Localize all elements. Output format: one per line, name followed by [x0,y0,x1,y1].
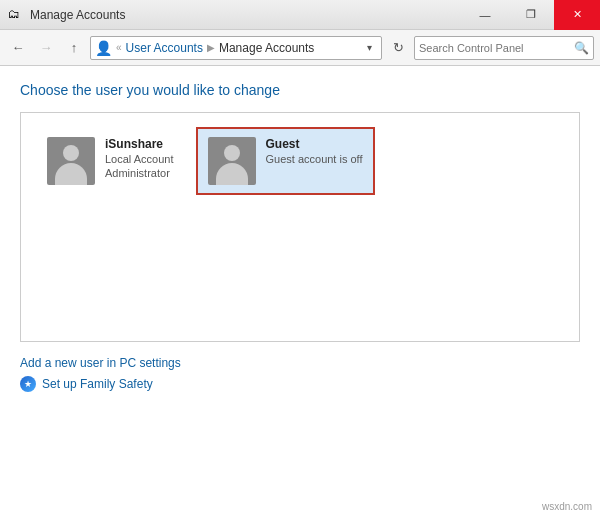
avatar-guest [208,137,256,185]
account-card-isunshare[interactable]: iSunshare Local Account Administrator [35,127,186,195]
search-bar[interactable]: 🔍 [414,36,594,60]
bottom-links: Add a new user in PC settings ★ Set up F… [20,356,580,392]
title-bar-controls: — ❐ ✕ [462,0,600,30]
family-safety-icon: ★ [20,376,36,392]
page-heading: Choose the user you would like to change [20,82,580,98]
address-bar[interactable]: 👤 « User Accounts ▶ Manage Accounts ▾ [90,36,382,60]
window-title: Manage Accounts [30,8,125,22]
refresh-button[interactable]: ↻ [386,36,410,60]
search-input[interactable] [419,42,570,54]
account-card-guest[interactable]: Guest Guest account is off [196,127,375,195]
breadcrumb-current: Manage Accounts [219,41,314,55]
family-safety-label: Set up Family Safety [42,377,153,391]
add-user-link[interactable]: Add a new user in PC settings [20,356,580,370]
main-content: Choose the user you would like to change… [0,66,600,516]
address-dropdown-button[interactable]: ▾ [361,42,377,53]
account-type2-isunshare: Administrator [105,167,174,179]
account-info-guest: Guest Guest account is off [266,137,363,165]
app-icon: 🗂 [8,7,24,23]
maximize-button[interactable]: ❐ [508,0,554,30]
title-bar-left: 🗂 Manage Accounts [8,7,125,23]
account-info-isunshare: iSunshare Local Account Administrator [105,137,174,179]
watermark: wsxdn.com [542,501,592,512]
account-type1-isunshare: Local Account [105,153,174,165]
title-bar: 🗂 Manage Accounts — ❐ ✕ [0,0,600,30]
account-name-isunshare: iSunshare [105,137,174,151]
account-type1-guest: Guest account is off [266,153,363,165]
up-button[interactable]: ↑ [62,36,86,60]
accounts-panel: iSunshare Local Account Administrator Gu… [20,112,580,342]
breadcrumb-icon: 👤 [95,40,112,56]
minimize-button[interactable]: — [462,0,508,30]
breadcrumb-arrow: ▶ [207,42,215,53]
breadcrumb-sep: « [116,42,122,53]
family-safety-link[interactable]: ★ Set up Family Safety [20,376,580,392]
search-icon: 🔍 [574,41,589,55]
avatar-isunshare [47,137,95,185]
nav-bar: ← → ↑ 👤 « User Accounts ▶ Manage Account… [0,30,600,66]
forward-button[interactable]: → [34,36,58,60]
close-button[interactable]: ✕ [554,0,600,30]
breadcrumb-parent[interactable]: User Accounts [126,41,203,55]
back-button[interactable]: ← [6,36,30,60]
account-name-guest: Guest [266,137,363,151]
